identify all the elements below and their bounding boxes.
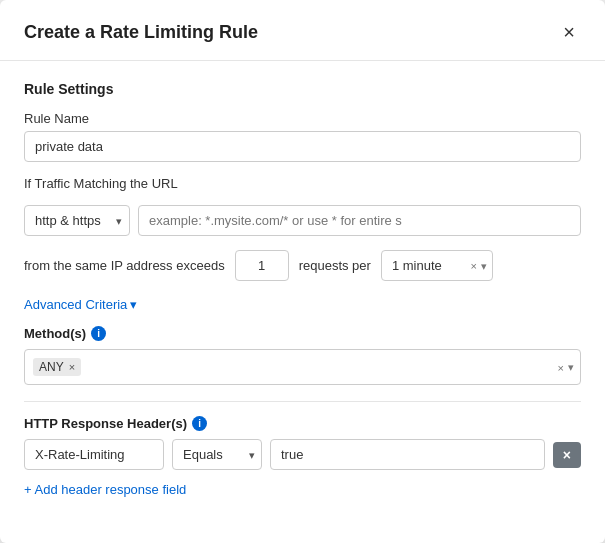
url-pattern-input[interactable] bbox=[138, 205, 581, 236]
methods-select-icons: × ▾ bbox=[558, 361, 574, 374]
methods-label: Method(s) bbox=[24, 326, 86, 341]
modal-title: Create a Rate Limiting Rule bbox=[24, 22, 258, 43]
add-header-field-button[interactable]: + Add header response field bbox=[24, 482, 186, 497]
modal: Create a Rate Limiting Rule × Rule Setti… bbox=[0, 0, 605, 543]
url-protocol-select-wrap: http & https http https ▾ bbox=[24, 205, 130, 236]
http-header-row: Equals Contains Matches ▾ × bbox=[24, 439, 581, 470]
remove-header-button[interactable]: × bbox=[553, 442, 581, 468]
http-header-info-icon[interactable]: i bbox=[192, 416, 207, 431]
requests-label-after: requests per bbox=[299, 258, 371, 273]
method-tag-any-remove[interactable]: × bbox=[69, 361, 75, 373]
modal-body: Rule Settings Rule Name If Traffic Match… bbox=[0, 61, 605, 522]
close-button[interactable]: × bbox=[557, 20, 581, 44]
rule-name-input[interactable] bbox=[24, 131, 581, 162]
url-label: If Traffic Matching the URL bbox=[24, 176, 581, 191]
url-row: http & https http https ▾ bbox=[24, 205, 581, 236]
rule-name-label: Rule Name bbox=[24, 111, 581, 126]
advanced-criteria-label: Advanced Criteria bbox=[24, 297, 127, 312]
requests-row: from the same IP address exceeds request… bbox=[24, 250, 581, 281]
equals-select[interactable]: Equals Contains Matches bbox=[172, 439, 262, 470]
methods-info-icon[interactable]: i bbox=[91, 326, 106, 341]
modal-header: Create a Rate Limiting Rule × bbox=[0, 0, 605, 61]
header-name-input[interactable] bbox=[24, 439, 164, 470]
method-tag-any-label: ANY bbox=[39, 360, 64, 374]
advanced-criteria-chevron-icon: ▾ bbox=[130, 297, 137, 312]
period-select-wrap: 1 minute 5 minutes 10 minutes 1 hour × ▾ bbox=[381, 250, 493, 281]
url-protocol-select[interactable]: http & https http https bbox=[24, 205, 130, 236]
header-value-input[interactable] bbox=[270, 439, 545, 470]
methods-section-title: Method(s) i bbox=[24, 326, 581, 341]
http-header-section-title: HTTP Response Header(s) i bbox=[24, 416, 581, 431]
period-select[interactable]: 1 minute 5 minutes 10 minutes 1 hour bbox=[381, 250, 493, 281]
methods-chevron-icon: ▾ bbox=[568, 361, 574, 374]
divider bbox=[24, 401, 581, 402]
rule-name-row: Rule Name bbox=[24, 111, 581, 162]
methods-clear-icon: × bbox=[558, 361, 564, 373]
url-label-row: If Traffic Matching the URL bbox=[24, 176, 581, 191]
advanced-criteria-toggle[interactable]: Advanced Criteria ▾ bbox=[24, 297, 137, 312]
equals-select-wrap: Equals Contains Matches ▾ bbox=[172, 439, 262, 470]
methods-multi-select[interactable]: ANY × × ▾ bbox=[24, 349, 581, 385]
method-tag-any: ANY × bbox=[33, 358, 81, 376]
requests-label-before: from the same IP address exceeds bbox=[24, 258, 225, 273]
rule-settings-title: Rule Settings bbox=[24, 81, 581, 97]
requests-count-input[interactable] bbox=[235, 250, 289, 281]
http-header-label: HTTP Response Header(s) bbox=[24, 416, 187, 431]
